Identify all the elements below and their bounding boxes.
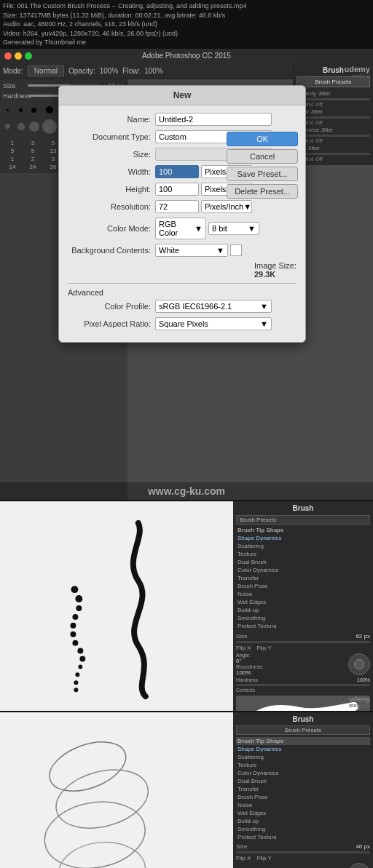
color-mode-label: Color Mode:	[68, 224, 155, 233]
resolution-unit-select[interactable]: Pixels/Inch ▼	[201, 200, 252, 213]
close-button[interactable]	[4, 52, 12, 60]
bg-contents-select[interactable]: White ▼	[155, 244, 228, 257]
s3-brush-tip-shape[interactable]: Brush Tip Shape	[236, 737, 370, 745]
save-preset-button[interactable]: Save Preset...	[227, 167, 298, 181]
s3-color-dynamics[interactable]: Color Dynamics	[236, 769, 370, 777]
s3-smoothing[interactable]: Smoothing	[236, 825, 370, 833]
minimize-button[interactable]	[15, 52, 22, 60]
s3-flip-x[interactable]: Flip X	[236, 855, 251, 861]
s3-transfer[interactable]: Transfer	[236, 785, 370, 793]
shape-dynamics-item[interactable]: Shape Dynamics	[236, 534, 370, 542]
s3-dual-brush[interactable]: Dual Brush	[236, 777, 370, 785]
s3-shape-dynamics[interactable]: Shape Dynamics	[236, 745, 370, 753]
dual-brush-item[interactable]: Dual Brush	[236, 558, 370, 566]
bit-depth-select[interactable]: 8 bit ▼	[208, 222, 259, 235]
build-up-item[interactable]: Build-up	[236, 606, 370, 614]
color-profile-label: Color Profile:	[68, 302, 155, 311]
advanced-label[interactable]: Advanced	[68, 288, 297, 297]
maximize-button[interactable]	[25, 52, 32, 60]
s3-angle-circle[interactable]	[348, 863, 370, 868]
svg-rect-15	[1, 712, 232, 868]
s3-protect-texture[interactable]: Protect Texture	[236, 833, 370, 841]
color-dynamics-item[interactable]: Color Dynamics	[236, 566, 370, 574]
pixel-aspect-select[interactable]: Square Pixels ▼	[155, 317, 272, 330]
s3-presets-tab[interactable]: Brush Presets	[236, 725, 370, 735]
section3: Brush Brush Presets Brush Tip Shape Shap…	[0, 711, 373, 868]
hardness-slider-s2[interactable]	[236, 684, 370, 686]
transfer-item[interactable]: Transfer	[236, 574, 370, 582]
roundness-label: Roundness:	[236, 664, 263, 669]
brush-item[interactable]	[42, 104, 57, 116]
flow-label: Flow:	[122, 67, 140, 75]
flow-jitter-slider[interactable]	[297, 116, 370, 119]
color-profile-select[interactable]: sRGB IEC61966-2.1 ▼	[155, 300, 272, 313]
s3-brush-pose[interactable]: Brush Pose	[236, 793, 370, 801]
cancel-button[interactable]: Cancel	[227, 149, 298, 164]
bn[interactable]: 1	[3, 156, 22, 162]
bit-depth-arrow: ▼	[248, 224, 256, 233]
color-mode-select[interactable]: RGB Color ▼	[155, 218, 206, 239]
wet-edges-item[interactable]: Wet Edges	[236, 598, 370, 606]
brush-item[interactable]	[29, 104, 39, 116]
brush-tip-shape-item[interactable]: Brush Tip Shape	[236, 526, 370, 534]
ok-button[interactable]: OK	[227, 132, 298, 146]
brush-item[interactable]	[3, 104, 13, 116]
brush-item[interactable]	[29, 119, 39, 134]
udemy-watermark-top: udemy mo02.si	[345, 65, 370, 79]
size-label: Size	[3, 82, 25, 89]
section3-canvas	[0, 712, 233, 868]
name-input[interactable]	[155, 113, 272, 126]
bg-contents-row: Background Contents: White ▼	[68, 244, 297, 257]
brush-pose-item[interactable]: Brush Pose	[236, 582, 370, 590]
height-input[interactable]	[155, 183, 199, 196]
info-line4: Video: h264, yuv420p, 1280x720, 46 kb/s,…	[3, 29, 370, 39]
brush-item[interactable]	[3, 119, 13, 134]
svg-point-9	[79, 656, 85, 661]
control-off3: Control: Off	[297, 138, 370, 143]
noise-item[interactable]: Noise	[236, 590, 370, 598]
angle-circle[interactable]	[348, 653, 370, 675]
svg-point-3	[76, 605, 82, 611]
brush-item[interactable]	[16, 104, 26, 116]
svg-point-6	[70, 632, 76, 637]
color-mode-row: Color Mode: RGB Color ▼ 8 bit ▼	[68, 218, 297, 239]
resolution-unit-arrow: ▼	[243, 202, 251, 211]
texture-item[interactable]: Texture	[236, 550, 370, 558]
s3-scattering[interactable]: Scattering	[236, 753, 370, 761]
scattering-item[interactable]: Scattering	[236, 542, 370, 550]
brush-item[interactable]	[42, 119, 57, 134]
flip-x-label[interactable]: Flip X	[236, 645, 251, 651]
s3-wet-edges[interactable]: Wet Edges	[236, 809, 370, 817]
mix-jitter-slider[interactable]	[297, 153, 370, 155]
smoothing-item[interactable]: Smoothing	[236, 614, 370, 622]
size-slider-s2[interactable]	[236, 641, 370, 643]
bn[interactable]: 9	[23, 148, 42, 154]
s3-flip-y[interactable]: Flip Y	[256, 855, 271, 861]
bn[interactable]: 14	[3, 164, 22, 170]
angle-roundness: Angle: 0° Roundness: 100%	[236, 653, 370, 676]
flip-y-label[interactable]: Flip Y	[256, 645, 271, 651]
delete-preset-button[interactable]: Delete Preset...	[227, 184, 298, 199]
bn[interactable]: 2	[23, 156, 42, 162]
bg-arrow: ▼	[216, 246, 224, 255]
s3-noise[interactable]: Noise	[236, 801, 370, 809]
opacity-label: Opacity:	[68, 67, 95, 75]
hardness-val-s2: 100%	[357, 677, 370, 682]
wetness-jitter-slider[interactable]	[297, 135, 370, 137]
width-input[interactable]	[155, 165, 199, 178]
bn[interactable]: 3	[23, 140, 42, 146]
opacity-jitter-slider[interactable]	[297, 98, 370, 100]
s3-build-up[interactable]: Build-up	[236, 817, 370, 825]
s3-size-slider[interactable]	[236, 851, 370, 853]
s2-presets-tab[interactable]: Brush Presets	[236, 515, 370, 525]
spacing-label: Controls	[236, 688, 255, 693]
s3-texture[interactable]: Texture	[236, 761, 370, 769]
brush-item[interactable]	[16, 119, 26, 134]
bn[interactable]: 1	[3, 140, 22, 146]
color-profile-value: sRGB IEC61966-2.1	[159, 302, 232, 311]
resolution-input[interactable]	[155, 200, 199, 213]
mode-value[interactable]: Normal	[28, 65, 64, 76]
protect-texture-item[interactable]: Protect Texture	[236, 622, 370, 630]
bn[interactable]: 24	[23, 164, 42, 170]
bn[interactable]: 5	[3, 148, 22, 154]
